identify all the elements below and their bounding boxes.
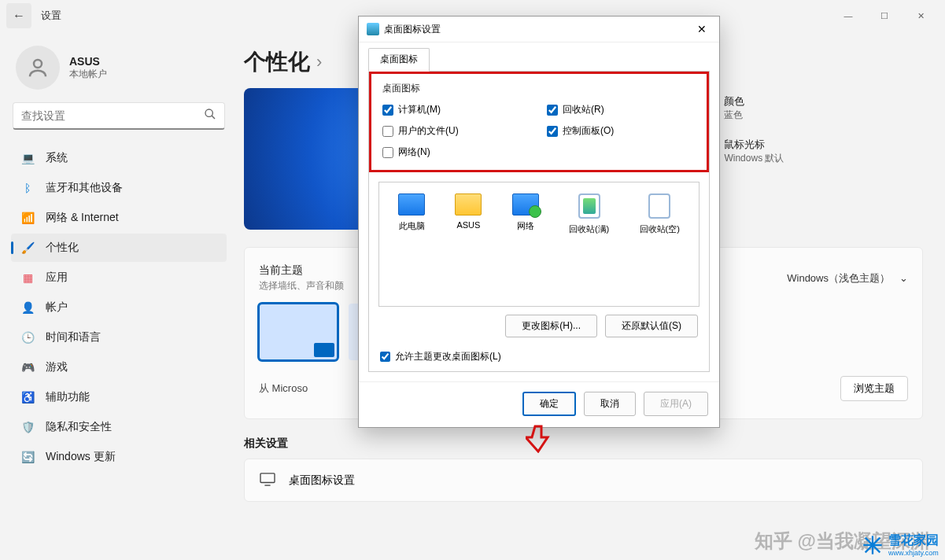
restore-defaults-button[interactable]: 还原默认值(S) xyxy=(605,315,698,337)
nav-label: 帐户 xyxy=(46,300,68,315)
desktop-icon-dialog: 桌面图标设置 ✕ 桌面图标 桌面图标 计算机(M) 回收站(R) 用户的文件(U… xyxy=(358,16,720,428)
sidebar-item-2[interactable]: 📶网络 & Internet xyxy=(11,204,227,232)
sidebar-item-0[interactable]: 💻系统 xyxy=(11,144,227,172)
sidebar-item-8[interactable]: ♿辅助功能 xyxy=(11,383,227,411)
group-title: 桌面图标 xyxy=(382,82,696,95)
nav-icon: 📶 xyxy=(20,211,35,225)
sidebar-item-7[interactable]: 🎮游戏 xyxy=(11,353,227,381)
back-button[interactable]: ← xyxy=(6,3,31,28)
sidebar-item-6[interactable]: 🕒时间和语言 xyxy=(11,323,227,352)
nav-label: 个性化 xyxy=(46,241,79,255)
rail-color-sub: 蓝色 xyxy=(724,109,744,122)
chevron-right-icon: › xyxy=(316,52,322,72)
svg-point-1 xyxy=(205,109,212,116)
monitor-icon xyxy=(259,472,276,488)
rail-cursor-title: 鼠标光标 xyxy=(724,138,784,152)
nav-label: 应用 xyxy=(46,271,68,285)
change-icon-button[interactable]: 更改图标(H)... xyxy=(505,315,597,337)
check-recycle[interactable]: 回收站(R) xyxy=(547,103,696,116)
theme-selected-label: Windows（浅色主题） xyxy=(787,271,890,286)
nav-label: 辅助功能 xyxy=(46,390,90,404)
nav-label: 蓝牙和其他设备 xyxy=(46,181,123,195)
nav-icon: 👤 xyxy=(20,300,35,315)
nav-label: 网络 & Internet xyxy=(46,211,119,225)
nav-label: 游戏 xyxy=(46,360,68,374)
nav-label: 隐私和安全性 xyxy=(46,420,112,434)
nav-label: 时间和语言 xyxy=(46,330,101,344)
nav-label: 系统 xyxy=(46,151,68,165)
check-userfiles[interactable]: 用户的文件(U) xyxy=(382,124,531,138)
nav-icon: 🕒 xyxy=(20,330,35,344)
theme-thumb-1[interactable] xyxy=(259,304,338,360)
allow-theme-check[interactable]: 允许主题更改桌面图标(L) xyxy=(369,342,709,371)
icon-network[interactable]: 网络 xyxy=(512,193,539,235)
icon-recycle-full[interactable]: 回收站(满) xyxy=(569,193,609,235)
nav-icon: ᛒ xyxy=(20,181,35,195)
close-button[interactable]: ✕ xyxy=(903,3,939,28)
icon-recycle-empty[interactable]: 回收站(空) xyxy=(640,193,680,235)
search-icon xyxy=(204,108,216,123)
user-block[interactable]: ASUS 本地帐户 xyxy=(11,39,227,102)
cancel-button[interactable]: 取消 xyxy=(584,392,636,416)
sidebar-item-9[interactable]: 🛡️隐私和安全性 xyxy=(11,413,227,441)
check-control[interactable]: 控制面板(O) xyxy=(547,124,696,138)
user-account-type: 本地帐户 xyxy=(69,68,107,81)
user-name: ASUS xyxy=(69,55,107,68)
tab-desktop-icons[interactable]: 桌面图标 xyxy=(368,48,430,72)
browse-themes-button[interactable]: 浏览主题 xyxy=(840,376,908,401)
svg-line-2 xyxy=(212,116,215,119)
sidebar-item-5[interactable]: 👤帐户 xyxy=(11,293,227,322)
sidebar-item-3[interactable]: 🖌️个性化 xyxy=(11,234,227,262)
nav-icon: 💻 xyxy=(20,151,35,165)
nav-icon: 🖌️ xyxy=(20,241,35,255)
breadcrumb-root[interactable]: 个性化 xyxy=(244,47,310,77)
dialog-icon xyxy=(367,23,379,35)
rail-cursor-sub: Windows 默认 xyxy=(724,152,784,165)
nav-icon: 🎮 xyxy=(20,360,35,374)
annotation-arrow xyxy=(526,425,551,456)
search-box[interactable] xyxy=(13,102,225,130)
icon-preview-box: 此电脑 ASUS 网络 回收站(满) 回收站(空) xyxy=(378,182,700,307)
sidebar: ASUS 本地帐户 💻系统ᛒ蓝牙和其他设备📶网络 & Internet🖌️个性化… xyxy=(0,31,236,560)
nav-icon: ▦ xyxy=(20,271,35,285)
icon-user-folder[interactable]: ASUS xyxy=(455,193,482,235)
watermark-brand: 雪花家园 www.xhjaty.com xyxy=(862,532,939,557)
snowflake-icon xyxy=(862,534,884,556)
nav-label: Windows 更新 xyxy=(46,450,116,464)
dialog-close-button[interactable]: ✕ xyxy=(692,21,711,37)
sidebar-item-1[interactable]: ᛒ蓝牙和其他设备 xyxy=(11,174,227,202)
related-desktop-icons[interactable]: 桌面图标设置 xyxy=(244,459,923,502)
apply-button[interactable]: 应用(A) xyxy=(644,392,708,416)
theme-sub: 选择墙纸、声音和颜 xyxy=(259,279,344,293)
svg-rect-3 xyxy=(260,473,275,483)
nav-icon: 🔄 xyxy=(20,450,35,464)
sidebar-item-4[interactable]: ▦应用 xyxy=(11,263,227,292)
sidebar-item-10[interactable]: 🔄Windows 更新 xyxy=(11,443,227,471)
nav-icon: 🛡️ xyxy=(20,420,35,434)
theme-select[interactable]: Windows（浅色主题） ⌄ xyxy=(787,271,908,286)
maximize-button[interactable]: ☐ xyxy=(866,3,903,28)
ok-button[interactable]: 确定 xyxy=(522,392,576,416)
search-input[interactable] xyxy=(21,109,204,122)
rail-color-title: 颜色 xyxy=(724,94,744,109)
dialog-title: 桌面图标设置 xyxy=(384,23,441,36)
related-title: 相关设置 xyxy=(244,437,923,451)
app-title: 设置 xyxy=(41,9,61,23)
icon-this-pc[interactable]: 此电脑 xyxy=(398,193,425,235)
check-computer[interactable]: 计算机(M) xyxy=(382,103,531,116)
minimize-button[interactable]: — xyxy=(830,3,866,28)
theme-title: 当前主题 xyxy=(259,263,344,278)
store-text: 从 Microso xyxy=(259,381,308,396)
related-item-label: 桌面图标设置 xyxy=(289,473,355,488)
avatar xyxy=(16,46,60,90)
nav: 💻系统ᛒ蓝牙和其他设备📶网络 & Internet🖌️个性化▦应用👤帐户🕒时间和… xyxy=(11,144,227,471)
window-controls: — ☐ ✕ xyxy=(830,3,939,28)
chevron-down-icon: ⌄ xyxy=(899,272,908,284)
nav-icon: ♿ xyxy=(20,390,35,404)
check-network[interactable]: 网络(N) xyxy=(382,146,531,159)
svg-point-0 xyxy=(34,60,42,68)
